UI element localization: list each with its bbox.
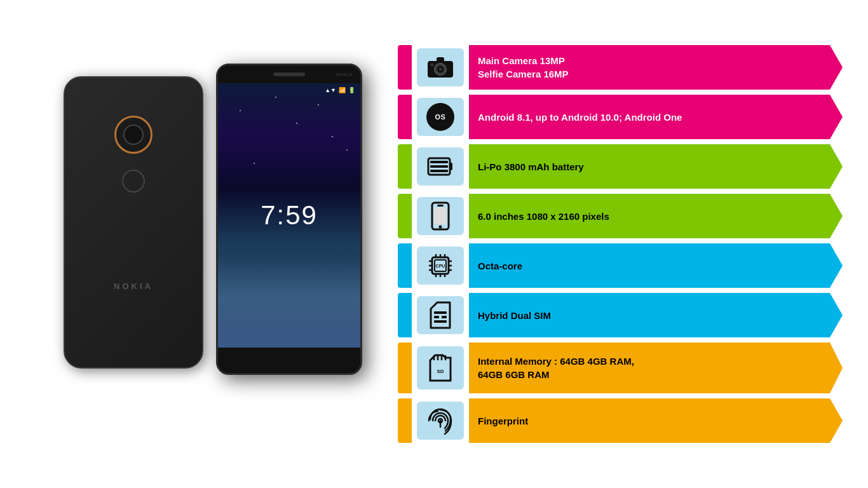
spec-accent-os [398,95,412,139]
spec-text-os: Android 8.1, up to Android 10.0; Android… [478,111,682,124]
spec-text-camera: Main Camera 13MPSelfie Camera 16MP [478,54,569,81]
cpu-icon: CPU [426,251,455,280]
svg-rect-10 [430,170,448,172]
spec-text-fingerprint: Fingerprint [478,414,528,428]
spec-row-fingerprint: Fingerprint [398,398,843,443]
phone-back [64,76,203,369]
phone-time: 7:59 [261,200,318,231]
spec-text-area-memory: Internal Memory : 64GB 4GB RAM,64GB 6GB … [469,342,843,393]
spec-row-os: OS Android 8.1, up to Android 10.0; Andr… [398,95,843,139]
spec-text-memory: Internal Memory : 64GB 4GB RAM,64GB 6GB … [478,355,634,381]
spec-icon-area-display [412,194,469,238]
svg-rect-32 [442,316,447,318]
spec-text-display: 6.0 inches 1080 x 2160 pixels [478,210,609,223]
spec-icon-bg-cpu: CPU [417,247,464,285]
camera-icon [426,56,454,79]
spec-text-sim: Hybrid Dual SIM [478,309,551,322]
svg-rect-33 [434,320,447,323]
svg-point-4 [439,68,442,71]
spec-text-battery: Li-Po 3800 mAh battery [478,160,584,173]
spec-text-area-battery: Li-Po 3800 mAh battery [469,144,843,189]
spec-icon-bg-camera [417,48,464,86]
spec-icon-bg-sim [417,296,464,334]
spec-icon-area-battery [412,144,469,189]
svg-text:SD: SD [437,369,444,374]
spec-icon-bg-memory: SD [417,346,464,390]
spec-text-area-cpu: Octa-core [469,243,843,288]
battery-icon [427,156,454,177]
svg-rect-9 [430,165,448,168]
spec-row-camera: Main Camera 13MPSelfie Camera 16MP [398,45,843,90]
screen-decoration [254,163,255,164]
phone-back-fingerprint [122,170,145,193]
spec-accent-cpu [398,243,412,288]
svg-point-13 [439,226,442,229]
spec-icon-area-fingerprint [412,398,469,443]
sd-icon: SD [429,354,452,382]
phone-speaker [273,72,305,76]
spec-text-area-sim: Hybrid Dual SIM [469,293,843,337]
svg-rect-31 [434,316,439,318]
phone-front: NOKIA ▲▼ 📶 🔋 7:59 [216,64,362,375]
status-bar: ▲▼ 📶 🔋 [325,87,355,93]
spec-icon-area-sim [412,293,469,337]
screen-decoration [275,97,276,98]
spec-accent-camera [398,45,412,90]
spec-icon-area-memory: SD [412,342,469,393]
specs-section: Main Camera 13MPSelfie Camera 16MP OS An… [398,39,843,449]
phone-front-top: NOKIA [218,65,360,83]
phone-back-camera [114,116,153,154]
spec-row-battery: Li-Po 3800 mAh battery [398,144,843,189]
spec-icon-bg-fingerprint [417,402,464,440]
spec-row-cpu: CPU Octa-core [398,243,843,288]
phone-logo: NOKIA [336,72,353,77]
sim-icon [430,301,451,329]
spec-text-area-camera: Main Camera 13MPSelfie Camera 16MP [469,45,843,90]
svg-text:CPU: CPU [436,264,445,268]
screen-decoration [332,136,333,137]
phone-section: NOKIA ▲▼ 📶 🔋 7:59 [25,13,381,475]
spec-accent-sim [398,293,412,337]
os-icon: OS [426,103,454,131]
spec-icon-bg-display [417,197,464,235]
spec-icon-bg-os: OS [417,98,464,136]
spec-row-memory: SD Internal Memory : 64GB 4GB RAM,64GB 6… [398,342,843,393]
screen-decoration [296,123,297,124]
spec-icon-bg-battery [417,147,464,186]
display-icon [431,201,450,231]
phone-screen: ▲▼ 📶 🔋 7:59 [218,83,360,348]
phone-bottom [218,348,360,373]
svg-rect-8 [430,161,448,163]
spec-accent-memory [398,342,412,393]
spec-row-sim: Hybrid Dual SIM [398,293,843,337]
spec-accent-battery [398,144,412,189]
spec-accent-fingerprint [398,398,412,443]
spec-icon-area-os: OS [412,95,469,139]
screen-mountain [218,259,360,348]
svg-rect-7 [450,163,452,170]
fingerprint-icon [426,407,454,435]
spec-icon-area-camera [412,45,469,90]
spec-text-area-os: Android 8.1, up to Android 10.0; Android… [469,95,843,139]
spec-accent-display [398,194,412,238]
svg-rect-5 [430,64,434,66]
svg-rect-1 [437,57,444,62]
spec-row-display: 6.0 inches 1080 x 2160 pixels [398,194,843,238]
spec-text-cpu: Octa-core [478,259,522,273]
svg-rect-30 [434,311,447,314]
screen-decoration [346,149,348,151]
spec-icon-area-cpu: CPU [412,243,469,288]
screen-decoration [318,104,319,105]
svg-rect-14 [434,208,447,224]
screen-decoration [240,110,241,111]
spec-text-area-fingerprint: Fingerprint [469,398,843,443]
spec-text-area-display: 6.0 inches 1080 x 2160 pixels [469,194,843,238]
svg-rect-12 [437,205,444,207]
